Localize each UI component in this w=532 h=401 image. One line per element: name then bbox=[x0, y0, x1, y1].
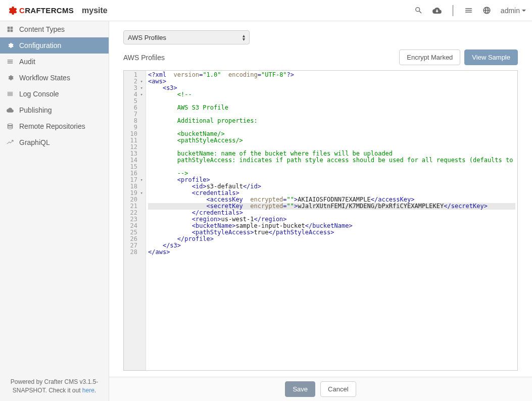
sidebar-item-log-console[interactable]: Log Console bbox=[0, 86, 109, 102]
cloud-icon bbox=[6, 106, 14, 114]
cloud-download-icon[interactable] bbox=[432, 6, 442, 15]
sidebar-item-label: Workflow States bbox=[19, 74, 70, 82]
encrypt-marked-button[interactable]: Encrypt Marked bbox=[399, 49, 460, 65]
sidebar: Content Types Configuration Audit Workfl… bbox=[0, 21, 109, 401]
menu-icon[interactable] bbox=[464, 6, 473, 15]
grid-icon bbox=[6, 25, 14, 33]
config-toolbar: AWS Profiles ▴▾ bbox=[109, 21, 532, 44]
sidebar-footer: Powered by Crafter CMS v3.1.5-SNAPSHOT. … bbox=[0, 372, 109, 401]
list-icon bbox=[6, 90, 14, 98]
user-label: admin bbox=[501, 7, 520, 15]
cancel-button[interactable]: Cancel bbox=[320, 381, 356, 397]
code-area[interactable]: <?xml version="1.0" encoding="UTF-8"?><a… bbox=[146, 71, 517, 370]
logo[interactable]: CRAFTERCMS bbox=[6, 5, 74, 16]
logo-text: CRAFTERCMS bbox=[19, 6, 74, 15]
head-buttons: Encrypt Marked View Sample bbox=[399, 49, 518, 65]
header-actions: admin bbox=[414, 5, 526, 16]
sidebar-item-audit[interactable]: Audit bbox=[0, 54, 109, 70]
sidebar-item-label: GraphiQL bbox=[19, 138, 50, 146]
footer-link[interactable]: here bbox=[82, 387, 94, 394]
sidebar-item-label: Log Console bbox=[19, 90, 59, 98]
sidebar-item-content-types[interactable]: Content Types bbox=[0, 21, 109, 37]
database-icon bbox=[6, 122, 14, 130]
sidebar-item-graphiql[interactable]: GraphiQL bbox=[0, 134, 109, 151]
up-down-icon: ▴▾ bbox=[243, 34, 245, 41]
section-title: AWS Profiles bbox=[123, 54, 165, 62]
save-button[interactable]: Save bbox=[285, 381, 315, 397]
gear-icon bbox=[6, 74, 14, 82]
site-name: mysite bbox=[82, 6, 108, 15]
list-icon bbox=[6, 58, 14, 66]
sidebar-item-remote-repositories[interactable]: Remote Repositories bbox=[0, 118, 109, 134]
sidebar-item-label: Remote Repositories bbox=[19, 122, 85, 130]
divider bbox=[453, 5, 453, 16]
section-head: AWS Profiles Encrypt Marked View Sample bbox=[109, 44, 532, 70]
main-content: AWS Profiles ▴▾ AWS Profiles Encrypt Mar… bbox=[109, 21, 532, 401]
user-menu[interactable]: admin bbox=[501, 7, 526, 15]
sidebar-item-label: Publishing bbox=[19, 106, 52, 114]
sidebar-items: Content Types Configuration Audit Workfl… bbox=[0, 21, 109, 372]
sidebar-item-configuration[interactable]: Configuration bbox=[0, 37, 109, 54]
line-gutter: 1234567891011121314151617181920212223242… bbox=[124, 71, 146, 370]
globe-icon[interactable] bbox=[482, 6, 492, 15]
sidebar-item-label: Content Types bbox=[19, 25, 65, 33]
chevron-down-icon bbox=[522, 10, 526, 12]
sidebar-item-workflow-states[interactable]: Workflow States bbox=[0, 70, 109, 86]
dropdown-value: AWS Profiles bbox=[128, 34, 166, 41]
sidebar-item-label: Audit bbox=[19, 58, 35, 66]
sidebar-item-label: Configuration bbox=[19, 41, 61, 49]
sidebar-item-publishing[interactable]: Publishing bbox=[0, 102, 109, 118]
search-icon[interactable] bbox=[414, 6, 423, 15]
chart-icon bbox=[6, 138, 14, 146]
view-sample-button[interactable]: View Sample bbox=[464, 49, 518, 65]
code-editor[interactable]: 1234567891011121314151617181920212223242… bbox=[123, 70, 518, 371]
bottom-bar: Save Cancel bbox=[109, 377, 532, 401]
gear-icon bbox=[6, 41, 14, 49]
config-selector[interactable]: AWS Profiles ▴▾ bbox=[123, 30, 250, 44]
app-header: CRAFTERCMS mysite admin bbox=[0, 0, 532, 21]
gear-icon bbox=[6, 5, 17, 16]
